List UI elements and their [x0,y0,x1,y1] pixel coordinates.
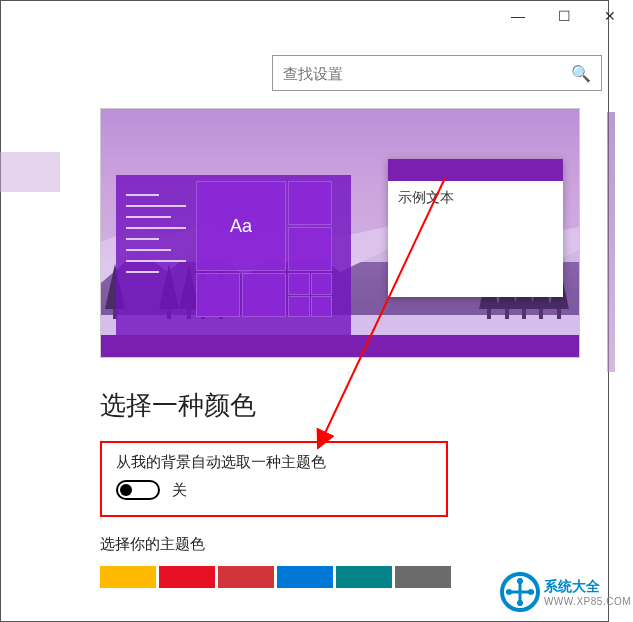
section-heading: 选择一种颜色 [100,388,598,423]
preview-sample-text: 示例文本 [388,181,563,215]
auto-pick-label: 从我的背景自动选取一种主题色 [116,453,432,472]
watermark-logo: 系统大全 WWW.XP85.COM [500,572,631,612]
search-icon: 🔍 [571,64,591,83]
auto-pick-highlight: 从我的背景自动选取一种主题色 关 [100,441,448,517]
close-button[interactable]: ✕ [587,0,633,32]
color-swatch[interactable] [277,566,333,588]
preview-sample-window: 示例文本 [388,159,563,297]
toggle-knob [120,484,132,496]
preview-taskbar [101,335,579,357]
preview-sample-titlebar [388,159,563,181]
color-swatch[interactable] [336,566,392,588]
toggle-switch[interactable] [116,480,160,500]
theme-preview: Aa 示例文本 [100,108,580,358]
content-area: Aa 示例文本 选择一种颜色 从我的背景自动选取一种主题色 关 选择你的主题色 [100,108,598,588]
color-swatch[interactable] [395,566,451,588]
logo-icon [500,572,540,612]
preview-menu-list [126,185,186,282]
search-box[interactable]: 🔍 [272,55,602,91]
swatch-subheading: 选择你的主题色 [100,535,598,554]
search-input[interactable] [283,65,571,82]
maximize-button[interactable]: ☐ [541,0,587,32]
color-swatch[interactable] [100,566,156,588]
color-swatch[interactable] [159,566,215,588]
title-bar: — ☐ ✕ [413,0,633,32]
auto-pick-toggle[interactable]: 关 [116,480,432,500]
preview-tile-aa: Aa [196,181,286,271]
toggle-state-label: 关 [172,481,187,500]
sidebar-active-item[interactable] [0,152,60,192]
preview-start-menu: Aa [116,175,351,335]
preview-tiles: Aa [196,181,346,331]
minimize-button[interactable]: — [495,0,541,32]
color-swatch[interactable] [218,566,274,588]
logo-text: 系统大全 WWW.XP85.COM [544,578,631,607]
background-sliver [607,112,615,372]
